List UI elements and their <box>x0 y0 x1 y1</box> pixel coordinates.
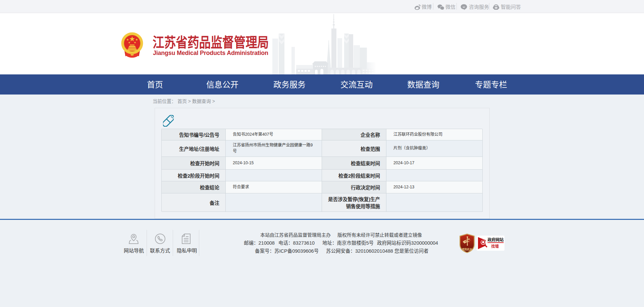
svg-text:党政机关: 党政机关 <box>462 248 472 251</box>
svg-text:政府网站: 政府网站 <box>488 237 504 242</box>
svg-text:找错: 找错 <box>491 244 499 248</box>
